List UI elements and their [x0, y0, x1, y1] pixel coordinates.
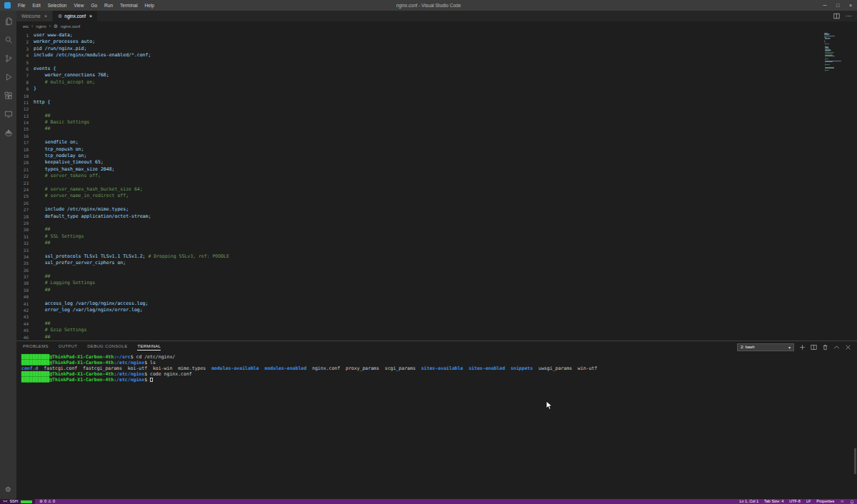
redacted-hostname [21, 500, 32, 503]
chevron-down-icon: ▾ [788, 345, 791, 350]
gear-file-icon: ⚙ [58, 14, 62, 19]
maximize-button[interactable]: □ [831, 0, 844, 11]
window-controls: ─ □ × [818, 0, 857, 11]
editor-group: Welcome × ⚙ nginx.conf × ⋯ [16, 11, 857, 341]
breadcrumb-nginx-conf[interactable]: nginx.conf [61, 24, 80, 29]
menu-go[interactable]: Go [87, 0, 101, 11]
breadcrumb-nginx[interactable]: nginx [36, 24, 46, 29]
more-actions-icon[interactable]: ⋯ [846, 13, 851, 19]
terminal-content[interactable]: ██████████@ThinkPad-X1-Carbon-4th:~/src$… [16, 353, 857, 383]
remote-icon: >< [3, 499, 7, 504]
menu-edit[interactable]: Edit [29, 0, 44, 11]
menu-bar: File Edit Selection View Go Run Terminal… [14, 0, 158, 11]
cursor-position[interactable]: Ln 1, Col 1 [739, 499, 758, 504]
editor[interactable]: 1234567891011121314151617181920212223242… [16, 31, 857, 341]
search-icon[interactable] [4, 35, 13, 44]
source-control-icon[interactable] [4, 54, 13, 63]
menu-view[interactable]: View [70, 0, 87, 11]
tab-problems[interactable]: PROBLEMS [23, 344, 49, 351]
notifications-bell-icon[interactable] [850, 500, 854, 504]
breadcrumb-separator: › [31, 24, 33, 29]
close-panel-icon[interactable] [845, 344, 851, 351]
breadcrumb-separator: › [49, 24, 51, 29]
explorer-icon[interactable] [4, 16, 13, 26]
shell-selector-value: 2: bash [741, 345, 755, 349]
tab-label: Welcome [21, 14, 41, 19]
indentation-status[interactable]: Tab Size: 4 [764, 499, 783, 504]
errors-count: 0 [44, 499, 46, 504]
editor-and-panel: Welcome × ⚙ nginx.conf × ⋯ [16, 11, 857, 499]
gear-file-icon: ⚙ [54, 24, 58, 29]
editor-actions: ⋯ [833, 11, 857, 21]
feedback-smiley-icon[interactable]: ☺ [840, 499, 844, 504]
run-debug-icon[interactable] [4, 72, 13, 81]
problems-status[interactable]: ⊘ 0 ⚠ 0 [39, 499, 55, 504]
new-terminal-icon[interactable] [799, 344, 806, 351]
editor-code[interactable]: user www-data;worker_processes auto;pid … [34, 32, 857, 341]
panel-tabs: PROBLEMS OUTPUT DEBUG CONSOLE TERMINAL [23, 344, 161, 351]
tab-output[interactable]: OUTPUT [59, 344, 77, 351]
scrollbar-thumb[interactable] [854, 448, 856, 474]
minimap-content [823, 31, 857, 71]
menu-help[interactable]: Help [141, 0, 158, 11]
remote-label: SSH: [9, 499, 19, 504]
menu-terminal[interactable]: Terminal [116, 0, 141, 11]
tab-welcome[interactable]: Welcome × [16, 11, 53, 21]
settings-gear-icon[interactable]: ⚙ [5, 485, 11, 493]
status-bar: >< SSH: ⊘ 0 ⚠ 0 Ln 1, Col 1 Tab Size: 4 … [0, 499, 857, 504]
panel: PROBLEMS OUTPUT DEBUG CONSOLE TERMINAL 2… [16, 341, 857, 499]
menu-selection[interactable]: Selection [44, 0, 71, 11]
close-tab-icon[interactable]: × [89, 14, 92, 19]
breadcrumb: etc › nginx › ⚙ nginx.conf [16, 21, 857, 31]
title-bar: File Edit Selection View Go Run Terminal… [0, 0, 857, 11]
panel-header: PROBLEMS OUTPUT DEBUG CONSOLE TERMINAL 2… [16, 341, 857, 353]
workbench: ⚙ Welcome × ⚙ nginx.conf × [0, 11, 857, 499]
vscode-window: File Edit Selection View Go Run Terminal… [0, 0, 857, 504]
terminal-shell-selector[interactable]: 2: bash ▾ [737, 343, 794, 351]
errors-icon: ⊘ [39, 499, 43, 504]
menu-file[interactable]: File [14, 0, 29, 11]
tab-label: nginx.conf [64, 14, 86, 19]
remote-indicator[interactable]: >< SSH: [0, 499, 35, 504]
eol-status[interactable]: LF [806, 499, 811, 504]
encoding-status[interactable]: UTF-8 [789, 499, 801, 504]
warnings-icon: ⚠ [48, 499, 51, 504]
tab-nginx-conf[interactable]: ⚙ nginx.conf × [53, 11, 98, 21]
split-terminal-icon[interactable] [811, 344, 817, 351]
language-mode[interactable]: Properties [816, 499, 834, 504]
tab-terminal[interactable]: TERMINAL [137, 344, 161, 351]
close-button[interactable]: × [844, 0, 857, 11]
activity-bar: ⚙ [0, 11, 16, 499]
remote-explorer-icon[interactable] [4, 109, 13, 119]
minimize-button[interactable]: ─ [818, 0, 831, 11]
panel-actions: 2: bash ▾ [737, 343, 851, 351]
warnings-count: 0 [53, 499, 55, 504]
menu-run[interactable]: Run [101, 0, 116, 11]
docker-icon[interactable] [4, 128, 13, 137]
minimap[interactable] [823, 31, 857, 341]
extensions-icon[interactable] [4, 91, 13, 100]
tab-debug-console[interactable]: DEBUG CONSOLE [87, 344, 127, 351]
terminal-cursor [150, 378, 153, 383]
breadcrumb-etc[interactable]: etc [23, 24, 29, 29]
editor-gutter: 1234567891011121314151617181920212223242… [16, 32, 34, 341]
tab-bar: Welcome × ⚙ nginx.conf × ⋯ [16, 11, 857, 21]
kill-terminal-icon[interactable] [822, 344, 828, 351]
close-tab-icon[interactable]: × [44, 14, 47, 19]
split-editor-icon[interactable] [833, 13, 840, 19]
maximize-panel-icon[interactable] [833, 344, 840, 351]
